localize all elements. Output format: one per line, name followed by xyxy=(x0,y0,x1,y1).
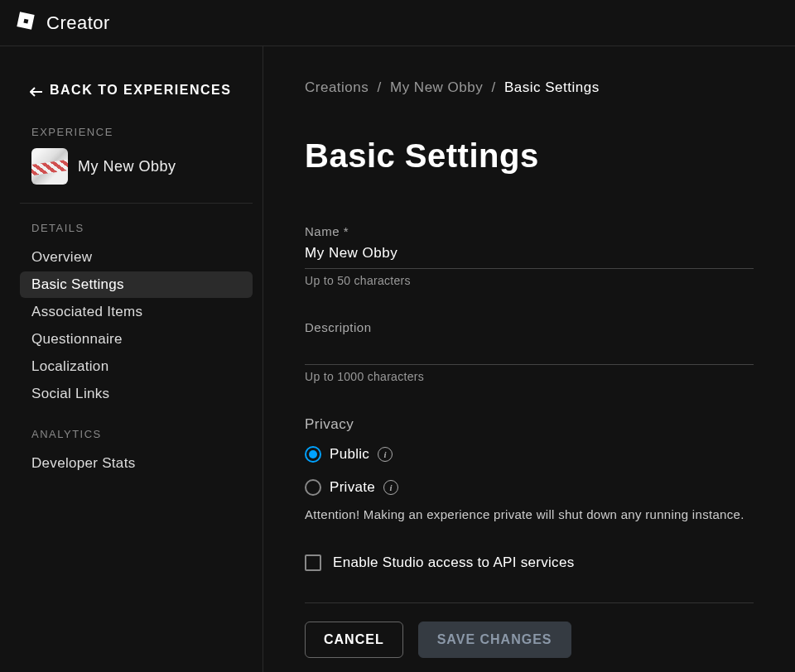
name-label: Name * xyxy=(305,224,754,238)
experience-title: My New Obby xyxy=(78,158,176,175)
breadcrumb-separator: / xyxy=(491,79,495,95)
privacy-field-group: Privacy Public i Private i Attention! Ma… xyxy=(305,416,754,521)
back-link-label: BACK TO EXPERIENCES xyxy=(50,83,231,98)
cancel-button[interactable]: CANCEL xyxy=(305,622,403,658)
api-access-label: Enable Studio access to API services xyxy=(333,554,574,571)
main-content: Creations / My New Obby / Basic Settings… xyxy=(263,46,795,672)
info-icon[interactable]: i xyxy=(383,480,398,495)
sidebar-item-localization[interactable]: Localization xyxy=(20,353,253,380)
privacy-option-label: Private xyxy=(330,479,375,496)
nav-group-details: Overview Basic Settings Associated Items… xyxy=(20,244,253,407)
sidebar-item-developer-stats[interactable]: Developer Stats xyxy=(20,450,253,477)
sidebar-divider xyxy=(20,203,253,204)
name-helper: Up to 50 characters xyxy=(305,274,754,287)
privacy-warning: Attention! Making an experience private … xyxy=(305,507,754,521)
description-label: Description xyxy=(305,320,754,334)
save-changes-button[interactable]: SAVE CHANGES xyxy=(418,622,571,658)
privacy-label: Privacy xyxy=(305,416,754,433)
sidebar-item-overview[interactable]: Overview xyxy=(20,244,253,271)
sidebar-item-basic-settings[interactable]: Basic Settings xyxy=(20,271,253,298)
sidebar-section-details: DETAILS xyxy=(20,222,253,234)
breadcrumb-separator: / xyxy=(378,79,382,95)
breadcrumb-current: Basic Settings xyxy=(504,79,600,95)
arrow-left-icon xyxy=(30,85,43,95)
description-helper: Up to 1000 characters xyxy=(305,370,754,383)
actions-bar: CANCEL SAVE CHANGES xyxy=(305,622,754,658)
sidebar-item-questionnaire[interactable]: Questionnaire xyxy=(20,326,253,353)
experience-thumbnail xyxy=(31,148,68,185)
nav-group-analytics: Developer Stats xyxy=(20,450,253,477)
logo-text: Creator xyxy=(46,12,110,34)
page-title: Basic Settings xyxy=(305,137,754,175)
api-access-checkbox-row[interactable]: Enable Studio access to API services xyxy=(305,554,754,571)
sidebar-item-associated-items[interactable]: Associated Items xyxy=(20,299,253,325)
breadcrumb-item[interactable]: Creations xyxy=(305,79,369,95)
description-input[interactable] xyxy=(305,338,754,365)
breadcrumb-item[interactable]: My New Obby xyxy=(390,79,483,95)
checkbox-icon xyxy=(305,554,321,571)
sidebar-section-analytics: ANALYTICS xyxy=(20,428,253,440)
top-header: Creator xyxy=(0,0,795,46)
sidebar-item-social-links[interactable]: Social Links xyxy=(20,381,253,407)
privacy-public-option[interactable]: Public i xyxy=(305,441,754,468)
actions-divider xyxy=(305,602,754,603)
sidebar-section-experience: EXPERIENCE xyxy=(20,126,253,138)
name-input[interactable] xyxy=(305,242,754,269)
back-to-experiences-link[interactable]: BACK TO EXPERIENCES xyxy=(20,79,253,101)
name-field-group: Name * Up to 50 characters xyxy=(305,224,754,287)
svg-rect-1 xyxy=(23,18,28,23)
sidebar: BACK TO EXPERIENCES EXPERIENCE My New Ob… xyxy=(0,46,263,672)
description-field-group: Description Up to 1000 characters xyxy=(305,320,754,383)
info-icon[interactable]: i xyxy=(378,447,393,462)
roblox-logo-icon xyxy=(15,12,38,35)
breadcrumb: Creations / My New Obby / Basic Settings xyxy=(305,79,754,96)
radio-icon xyxy=(305,479,321,496)
radio-icon xyxy=(305,446,321,463)
experience-card[interactable]: My New Obby xyxy=(20,138,253,185)
privacy-private-option[interactable]: Private i xyxy=(305,474,754,501)
privacy-option-label: Public xyxy=(330,446,369,463)
